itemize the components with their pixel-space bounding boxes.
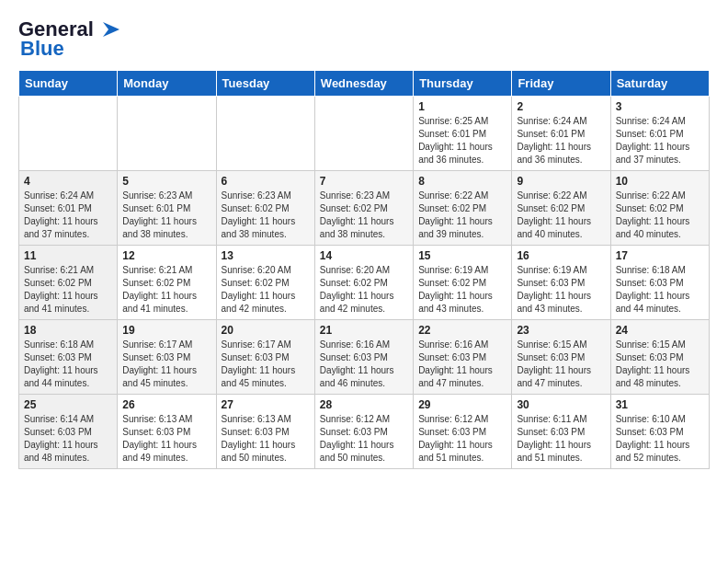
day-info: Sunrise: 6:14 AM Sunset: 6:03 PM Dayligh… [24,413,112,465]
calendar-cell: 24Sunrise: 6:15 AM Sunset: 6:03 PM Dayli… [610,320,709,395]
day-info: Sunrise: 6:24 AM Sunset: 6:01 PM Dayligh… [24,190,112,241]
calendar-cell: 31Sunrise: 6:10 AM Sunset: 6:03 PM Dayli… [610,395,709,469]
day-number: 22 [418,324,506,337]
day-number: 26 [122,398,210,411]
calendar-cell: 3Sunrise: 6:24 AM Sunset: 6:01 PM Daylig… [610,97,709,171]
calendar-cell: 7Sunrise: 6:23 AM Sunset: 6:02 PM Daylig… [314,171,413,246]
day-of-week-header: Thursday [414,71,512,97]
day-of-week-header: Sunday [19,71,118,97]
day-number: 19 [122,324,210,337]
day-number: 31 [616,398,704,411]
day-info: Sunrise: 6:12 AM Sunset: 6:03 PM Dayligh… [418,413,506,465]
day-number: 7 [320,175,408,188]
day-number: 25 [24,398,112,411]
calendar-cell: 21Sunrise: 6:16 AM Sunset: 6:03 PM Dayli… [314,320,413,395]
calendar-cell: 25Sunrise: 6:14 AM Sunset: 6:03 PM Dayli… [19,395,118,469]
day-number: 1 [418,100,506,113]
day-info: Sunrise: 6:11 AM Sunset: 6:03 PM Dayligh… [517,413,605,465]
day-number: 13 [222,249,310,262]
day-info: Sunrise: 6:16 AM Sunset: 6:03 PM Dayligh… [320,339,408,390]
logo-blue: Blue [20,37,64,61]
calendar-cell [19,97,118,171]
calendar-cell: 5Sunrise: 6:23 AM Sunset: 6:01 PM Daylig… [118,171,216,246]
day-of-week-header: Tuesday [216,71,314,97]
day-info: Sunrise: 6:22 AM Sunset: 6:02 PM Dayligh… [616,190,704,241]
day-info: Sunrise: 6:16 AM Sunset: 6:03 PM Dayligh… [418,339,506,390]
page-header: General Blue [18,18,710,61]
day-number: 11 [24,249,112,262]
day-info: Sunrise: 6:18 AM Sunset: 6:03 PM Dayligh… [616,264,704,316]
calendar-cell: 1Sunrise: 6:25 AM Sunset: 6:01 PM Daylig… [414,97,512,171]
day-info: Sunrise: 6:10 AM Sunset: 6:03 PM Dayligh… [616,413,704,465]
day-number: 18 [24,324,112,337]
calendar-cell: 26Sunrise: 6:13 AM Sunset: 6:03 PM Dayli… [118,395,216,469]
calendar-cell: 27Sunrise: 6:13 AM Sunset: 6:03 PM Dayli… [216,395,314,469]
day-number: 15 [418,249,506,262]
day-of-week-header: Friday [512,71,610,97]
day-info: Sunrise: 6:13 AM Sunset: 6:03 PM Dayligh… [122,413,210,465]
day-number: 28 [320,398,408,411]
day-info: Sunrise: 6:19 AM Sunset: 6:02 PM Dayligh… [418,264,506,316]
day-info: Sunrise: 6:17 AM Sunset: 6:03 PM Dayligh… [222,339,310,390]
calendar-cell: 6Sunrise: 6:23 AM Sunset: 6:02 PM Daylig… [216,171,314,246]
day-number: 21 [320,324,408,337]
day-number: 30 [517,398,605,411]
day-info: Sunrise: 6:20 AM Sunset: 6:02 PM Dayligh… [320,264,408,316]
day-info: Sunrise: 6:21 AM Sunset: 6:02 PM Dayligh… [122,264,210,316]
day-info: Sunrise: 6:17 AM Sunset: 6:03 PM Dayligh… [122,339,210,390]
calendar-cell: 29Sunrise: 6:12 AM Sunset: 6:03 PM Dayli… [414,395,512,469]
logo-arrow-icon [94,20,123,39]
day-number: 3 [616,100,704,113]
calendar-cell: 20Sunrise: 6:17 AM Sunset: 6:03 PM Dayli… [216,320,314,395]
day-number: 8 [418,175,506,188]
day-info: Sunrise: 6:22 AM Sunset: 6:02 PM Dayligh… [418,190,506,241]
day-info: Sunrise: 6:20 AM Sunset: 6:02 PM Dayligh… [222,264,310,316]
svg-marker-0 [103,22,119,37]
calendar-cell: 8Sunrise: 6:22 AM Sunset: 6:02 PM Daylig… [414,171,512,246]
calendar-cell: 22Sunrise: 6:16 AM Sunset: 6:03 PM Dayli… [414,320,512,395]
calendar-table: SundayMondayTuesdayWednesdayThursdayFrid… [18,70,710,469]
calendar-cell: 13Sunrise: 6:20 AM Sunset: 6:02 PM Dayli… [216,246,314,320]
day-info: Sunrise: 6:23 AM Sunset: 6:01 PM Dayligh… [122,190,210,241]
logo: General Blue [18,18,123,61]
calendar-cell: 16Sunrise: 6:19 AM Sunset: 6:03 PM Dayli… [512,246,610,320]
day-number: 23 [517,324,605,337]
day-info: Sunrise: 6:15 AM Sunset: 6:03 PM Dayligh… [616,339,704,390]
calendar-cell: 15Sunrise: 6:19 AM Sunset: 6:02 PM Dayli… [414,246,512,320]
day-info: Sunrise: 6:21 AM Sunset: 6:02 PM Dayligh… [24,264,112,316]
calendar-cell: 11Sunrise: 6:21 AM Sunset: 6:02 PM Dayli… [19,246,118,320]
calendar-cell: 17Sunrise: 6:18 AM Sunset: 6:03 PM Dayli… [610,246,709,320]
day-number: 4 [24,175,112,188]
calendar-week-row: 11Sunrise: 6:21 AM Sunset: 6:02 PM Dayli… [19,246,710,320]
day-number: 10 [616,175,704,188]
day-number: 16 [517,249,605,262]
day-of-week-header: Saturday [610,71,709,97]
day-info: Sunrise: 6:13 AM Sunset: 6:03 PM Dayligh… [222,413,310,465]
day-info: Sunrise: 6:18 AM Sunset: 6:03 PM Dayligh… [24,339,112,390]
day-number: 27 [222,398,310,411]
day-info: Sunrise: 6:22 AM Sunset: 6:02 PM Dayligh… [517,190,605,241]
calendar-cell: 18Sunrise: 6:18 AM Sunset: 6:03 PM Dayli… [19,320,118,395]
day-info: Sunrise: 6:12 AM Sunset: 6:03 PM Dayligh… [320,413,408,465]
calendar-cell: 9Sunrise: 6:22 AM Sunset: 6:02 PM Daylig… [512,171,610,246]
calendar-week-row: 18Sunrise: 6:18 AM Sunset: 6:03 PM Dayli… [19,320,710,395]
day-info: Sunrise: 6:19 AM Sunset: 6:03 PM Dayligh… [517,264,605,316]
day-number: 2 [517,100,605,113]
day-number: 24 [616,324,704,337]
day-number: 14 [320,249,408,262]
calendar-header-row: SundayMondayTuesdayWednesdayThursdayFrid… [19,71,710,97]
day-info: Sunrise: 6:23 AM Sunset: 6:02 PM Dayligh… [320,190,408,241]
day-number: 17 [616,249,704,262]
calendar-cell: 2Sunrise: 6:24 AM Sunset: 6:01 PM Daylig… [512,97,610,171]
calendar-cell: 10Sunrise: 6:22 AM Sunset: 6:02 PM Dayli… [610,171,709,246]
calendar-cell: 23Sunrise: 6:15 AM Sunset: 6:03 PM Dayli… [512,320,610,395]
calendar-cell: 28Sunrise: 6:12 AM Sunset: 6:03 PM Dayli… [314,395,413,469]
calendar-cell [216,97,314,171]
day-number: 5 [122,175,210,188]
day-of-week-header: Wednesday [314,71,413,97]
calendar-cell: 4Sunrise: 6:24 AM Sunset: 6:01 PM Daylig… [19,171,118,246]
day-info: Sunrise: 6:25 AM Sunset: 6:01 PM Dayligh… [418,115,506,167]
calendar-cell [314,97,413,171]
day-number: 20 [222,324,310,337]
day-number: 9 [517,175,605,188]
